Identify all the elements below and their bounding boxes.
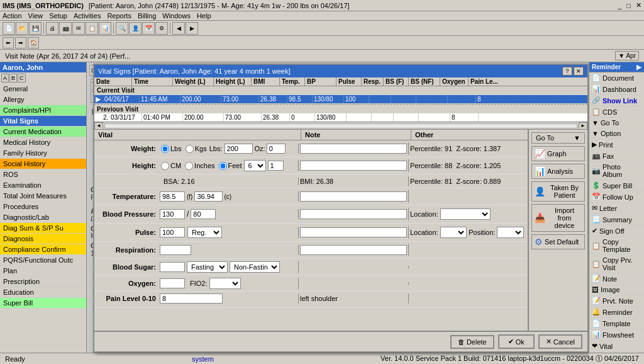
- menu-view[interactable]: View: [28, 12, 43, 20]
- right-btn-cds[interactable]: 📋 CDS: [589, 106, 644, 118]
- toolbar-btn-6[interactable]: 📋: [86, 22, 98, 35]
- right-btn-superbill[interactable]: 💲 Super Bill: [589, 180, 644, 191]
- sidebar-item-examination[interactable]: Examination: [0, 180, 86, 191]
- toolbar-btn-fax[interactable]: 📠: [59, 22, 72, 35]
- height-feet-radio[interactable]: [219, 162, 227, 170]
- toolbar-btn-9[interactable]: 👤: [129, 22, 142, 35]
- ok-button[interactable]: ✔ Ok: [498, 334, 535, 349]
- window-maximize[interactable]: □: [626, 2, 631, 9]
- right-btn-fax[interactable]: 📠 Fax: [589, 151, 644, 162]
- right-btn-prvt-note[interactable]: 📝 Prvt. Note: [589, 295, 644, 307]
- toolbar-btn-open[interactable]: 📂: [16, 22, 28, 35]
- resp-input[interactable]: [160, 245, 191, 255]
- toolbar-btn-8[interactable]: 🔍: [116, 22, 128, 35]
- toolbar-btn-11[interactable]: ⚙: [155, 22, 168, 35]
- menu-action[interactable]: Action: [3, 12, 22, 20]
- right-btn-document[interactable]: 📄 Document: [589, 72, 644, 84]
- tb2-btn3[interactable]: 🏠: [28, 37, 39, 48]
- right-btn-goto[interactable]: ▼ Go To: [589, 118, 644, 128]
- tb2-btn1[interactable]: ⬅: [3, 37, 14, 48]
- oxygen-input[interactable]: [160, 278, 185, 288]
- reminder-arrow[interactable]: ▶: [636, 64, 641, 71]
- height-inches-radio[interactable]: [185, 162, 193, 170]
- blood-sugar-type-select[interactable]: Fasting: [187, 261, 228, 273]
- sidebar-item-pqrs[interactable]: PQRS/Functional Outc: [0, 255, 86, 266]
- sidebar-item-education[interactable]: Education: [0, 287, 86, 298]
- height-cm-radio[interactable]: [161, 162, 169, 170]
- weight-note[interactable]: [299, 142, 409, 155]
- right-btn-letter[interactable]: ✉ Letter: [589, 203, 644, 214]
- right-btn-reminder[interactable]: 🔔 Reminder: [589, 307, 644, 318]
- blood-sugar-type2-select[interactable]: Non-Fasting: [230, 261, 280, 273]
- set-default-button[interactable]: ⚙ Set Default: [531, 234, 585, 249]
- toolbar-btn-print[interactable]: 🖨: [46, 22, 58, 35]
- right-btn-template[interactable]: 📄 Template: [589, 318, 644, 329]
- patient-btn-3[interactable]: C: [18, 74, 26, 82]
- taken-by-button[interactable]: 👤 Taken By Patient: [531, 181, 585, 202]
- blood-sugar-input[interactable]: [160, 262, 185, 272]
- weight-note-input[interactable]: [300, 144, 407, 154]
- graph-button[interactable]: 📈 Graph: [531, 146, 585, 161]
- sidebar-item-vitalsigns[interactable]: Vital Signs: [0, 116, 86, 127]
- right-btn-copy-template[interactable]: 📋 Copy Template: [589, 237, 644, 255]
- bp-location-select[interactable]: [440, 208, 491, 220]
- sidebar-item-family-history[interactable]: Family History: [0, 148, 86, 159]
- bp-note-input[interactable]: [300, 209, 407, 219]
- sidebar-item-medical-history[interactable]: Medical History: [0, 137, 86, 148]
- analysis-button[interactable]: 📊 Analysis: [531, 164, 585, 179]
- sidebar-item-compliance[interactable]: Compliance Confirm: [0, 244, 86, 255]
- temp-c-input[interactable]: [194, 191, 223, 202]
- weight-lbs-radio[interactable]: [161, 145, 169, 153]
- sidebar-item-social-history[interactable]: Social History: [0, 159, 86, 169]
- pulse-position-select[interactable]: [497, 227, 524, 238]
- toolbar-btn-new[interactable]: 📄: [3, 22, 15, 35]
- toolbar-btn-5[interactable]: ✉: [72, 22, 85, 35]
- patient-btn-2[interactable]: B: [9, 74, 17, 82]
- toolbar-btn-12[interactable]: ◀: [172, 22, 185, 35]
- right-btn-followup[interactable]: 📅 Follow Up: [589, 191, 644, 203]
- delete-button[interactable]: 🗑 Delete: [450, 335, 494, 349]
- right-btn-photo[interactable]: 📷 Photo Album: [589, 162, 644, 180]
- menu-activities[interactable]: Activities: [74, 12, 101, 20]
- sidebar-item-prescription[interactable]: Prescription: [0, 276, 86, 287]
- height-feet-select[interactable]: 6: [244, 160, 266, 171]
- right-btn-note[interactable]: 📝 Note: [589, 273, 644, 285]
- weight-lbs-input[interactable]: [225, 144, 253, 154]
- sidebar-item-diag-sum[interactable]: Diag Sum & S/P Su: [0, 223, 86, 234]
- prev-visit-row[interactable]: 2. 03/31/17 01:40 PM 200.00 73.00 26.38 …: [94, 113, 587, 122]
- right-btn-showlink[interactable]: 🔗 Show Link: [589, 95, 644, 106]
- table-scrollbar[interactable]: ◄ ►: [94, 122, 587, 129]
- toolbar-btn-7[interactable]: 📊: [99, 22, 111, 35]
- sidebar-item-diagnostic[interactable]: Diagnostic/Lab: [0, 212, 86, 223]
- goto-button[interactable]: Go To ▼: [531, 132, 585, 144]
- right-btn-dashboard[interactable]: 📊 Dashboard: [589, 84, 644, 95]
- sidebar-item-superbill[interactable]: Super Bill: [0, 298, 86, 309]
- resp-note-input[interactable]: [300, 245, 407, 255]
- import-button[interactable]: 📥 Import from device: [531, 204, 585, 232]
- toolbar-btn-save[interactable]: 💾: [29, 22, 42, 35]
- weight-kgs-radio[interactable]: [186, 145, 194, 153]
- fio2-select[interactable]: [209, 278, 241, 289]
- pulse-location-select[interactable]: [440, 227, 467, 238]
- right-btn-copy-prv[interactable]: 📋 Copy Prv. Visit: [589, 255, 644, 273]
- right-btn-image[interactable]: 🖼 Image: [589, 285, 644, 295]
- right-btn-vital[interactable]: ❤ Vital: [589, 341, 644, 352]
- toolbar-btn-10[interactable]: 📅: [142, 22, 155, 35]
- sidebar-item-joint-measures[interactable]: Total Joint Measures: [0, 191, 86, 202]
- current-visit-row[interactable]: ▶ 04/26/17 11:45 AM 200.00 73.00 26.38 9…: [94, 95, 587, 103]
- pulse-reg-select[interactable]: Reg.: [187, 227, 222, 238]
- modal-close[interactable]: ✕: [574, 67, 584, 76]
- right-btn-signoff[interactable]: ✔ Sign Off: [589, 225, 644, 237]
- sidebar-item-medication[interactable]: Current Medication: [0, 127, 86, 137]
- height-inches-input[interactable]: [268, 161, 284, 171]
- scroll-left[interactable]: ◄: [94, 122, 103, 130]
- patient-btn-1[interactable]: A: [1, 74, 9, 82]
- pulse-note-input[interactable]: [300, 227, 407, 237]
- sidebar-item-procedures[interactable]: Procedures: [0, 202, 86, 212]
- window-close[interactable]: ✕: [636, 1, 641, 9]
- right-btn-summary[interactable]: 📃 Summary: [589, 214, 644, 225]
- sidebar-item-diagnosis[interactable]: Diagnosis: [0, 234, 86, 244]
- temp-note-input[interactable]: [300, 191, 407, 202]
- weight-oz-input[interactable]: [267, 144, 286, 154]
- temp-f-input[interactable]: [160, 191, 185, 202]
